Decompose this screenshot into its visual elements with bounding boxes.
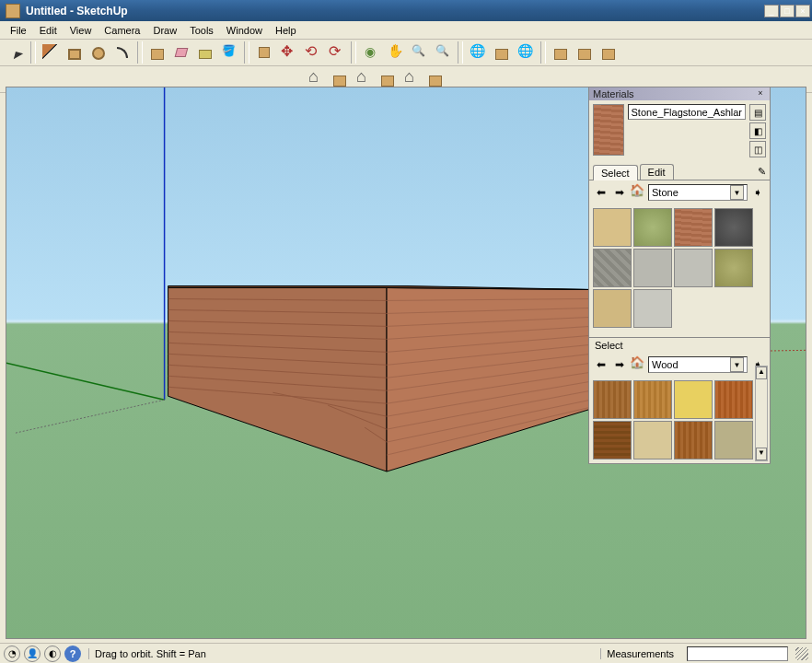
- create-material-button[interactable]: ◧: [749, 122, 766, 139]
- menu-draw[interactable]: Draw: [146, 23, 183, 38]
- materials-panel[interactable]: Materials × Stone_Flagstone_Ashlar ▤ ◧ ◫…: [588, 87, 771, 464]
- warehouse-get-icon: [554, 49, 567, 60]
- materials-close-button[interactable]: ×: [755, 88, 766, 99]
- component-icon: [151, 49, 164, 60]
- material-swatch[interactable]: [593, 208, 632, 247]
- circle-tool[interactable]: [87, 41, 110, 64]
- rectangle-tool[interactable]: [64, 41, 86, 64]
- menu-window[interactable]: Window: [220, 23, 269, 38]
- library-dropdown-wood[interactable]: Wood ▼: [648, 356, 748, 373]
- app-icon: [6, 4, 20, 18]
- material-swatch[interactable]: [593, 249, 632, 287]
- menu-help[interactable]: Help: [269, 23, 303, 38]
- nav-home-button[interactable]: [630, 184, 646, 201]
- material-swatch[interactable]: [674, 249, 713, 287]
- current-material-name[interactable]: Stone_Flagstone_Ashlar: [628, 104, 746, 120]
- menu-tools[interactable]: Tools: [183, 23, 220, 38]
- measurements-label: Measurements: [600, 648, 679, 659]
- move-tool[interactable]: [277, 41, 299, 64]
- display-secondary-pane-button[interactable]: ▤: [749, 104, 766, 121]
- arc-tool[interactable]: [111, 41, 133, 64]
- extension-icon: [602, 49, 615, 60]
- nav-home-button-2[interactable]: [630, 356, 646, 373]
- top-view-icon: [333, 76, 346, 87]
- material-swatch[interactable]: [714, 208, 753, 247]
- nav-back-button-2[interactable]: ⬅: [593, 356, 609, 373]
- materials-select-tab[interactable]: Select: [593, 165, 638, 180]
- menu-view[interactable]: View: [64, 23, 99, 38]
- material-swatch[interactable]: [674, 421, 713, 459]
- status-hint: Drag to orbit. Shift = Pan: [88, 648, 597, 659]
- svg-marker-4: [168, 287, 387, 471]
- material-swatch[interactable]: [633, 208, 672, 247]
- material-swatch[interactable]: [633, 289, 672, 328]
- material-swatch[interactable]: [633, 380, 672, 419]
- material-swatch[interactable]: [633, 421, 672, 459]
- home-icon: [630, 184, 646, 201]
- photo-textures-tool[interactable]: [515, 41, 537, 64]
- materials-panel-titlebar[interactable]: Materials ×: [589, 87, 770, 100]
- material-swatch[interactable]: [714, 421, 753, 459]
- close-button[interactable]: ×: [795, 5, 810, 17]
- rotate-tool[interactable]: [301, 41, 323, 64]
- orbit-tool[interactable]: [360, 41, 382, 64]
- front-view-icon: [355, 71, 372, 87]
- eraser-tool[interactable]: [170, 41, 192, 64]
- add-location-tool[interactable]: [467, 41, 489, 64]
- material-swatch[interactable]: [714, 249, 753, 287]
- library-dropdown-stone[interactable]: Stone ▼: [648, 184, 748, 201]
- line-tool[interactable]: [40, 41, 62, 64]
- extension-warehouse-tool[interactable]: [597, 41, 620, 64]
- maximize-button[interactable]: □: [780, 5, 795, 17]
- menu-file[interactable]: File: [4, 23, 33, 38]
- scroll-up-button[interactable]: ▲: [756, 366, 767, 379]
- status-bar: ◔ 👤 ◐ ? Drag to orbit. Shift = Pan Measu…: [0, 643, 812, 663]
- materials-edit-tab[interactable]: Edit: [640, 164, 674, 180]
- sample-paint-button[interactable]: ✎: [753, 163, 770, 180]
- minimize-button[interactable]: _: [764, 5, 779, 17]
- tape-measure-tool[interactable]: [194, 41, 216, 64]
- claim-credit-icon[interactable]: ◐: [44, 646, 61, 662]
- scroll-down-button[interactable]: ▼: [756, 448, 767, 460]
- geolocation-status-icon[interactable]: ◔: [4, 646, 20, 662]
- default-material-button[interactable]: ◫: [749, 141, 766, 157]
- zoom-tool[interactable]: [408, 41, 430, 64]
- toolbar-separator: [30, 41, 36, 64]
- nav-forward-button-2[interactable]: ➡: [611, 356, 628, 373]
- svg-line-1: [6, 363, 165, 400]
- instructor-help-button[interactable]: ?: [64, 646, 81, 662]
- paint-bucket-tool[interactable]: [218, 41, 240, 64]
- material-swatch[interactable]: [633, 249, 672, 287]
- details-menu-button[interactable]: ➧: [749, 184, 766, 201]
- share-model-tool[interactable]: [574, 41, 596, 64]
- magnifier-icon: [411, 44, 427, 61]
- toolbar-separator: [351, 41, 356, 64]
- nav-back-button[interactable]: ⬅: [593, 184, 609, 201]
- current-material-preview[interactable]: [593, 104, 624, 156]
- material-swatch[interactable]: [593, 421, 632, 459]
- menu-camera[interactable]: Camera: [98, 23, 146, 38]
- material-swatch[interactable]: [674, 208, 713, 247]
- credits-status-icon[interactable]: 👤: [24, 646, 41, 662]
- resize-grip[interactable]: [795, 647, 808, 660]
- terrain-icon: [495, 49, 508, 60]
- svg-line-3: [16, 400, 165, 433]
- swatch-scrollbar[interactable]: ▲ ▼: [755, 366, 768, 461]
- measurements-input[interactable]: [687, 646, 788, 661]
- toggle-terrain-tool[interactable]: [491, 41, 513, 64]
- get-models-tool[interactable]: [550, 41, 572, 64]
- material-swatch[interactable]: [714, 380, 753, 419]
- material-swatch[interactable]: [674, 380, 713, 419]
- material-swatch[interactable]: [593, 289, 632, 328]
- select-tool[interactable]: [5, 41, 27, 64]
- zoom-extents-tool[interactable]: [432, 41, 454, 64]
- offset-tool[interactable]: [325, 41, 347, 64]
- material-swatch[interactable]: [593, 380, 632, 419]
- nav-forward-button[interactable]: ➡: [611, 184, 628, 201]
- globe-arrow-icon: [517, 44, 534, 61]
- push-pull-icon: [259, 47, 270, 58]
- menu-edit[interactable]: Edit: [33, 23, 64, 38]
- push-pull-tool[interactable]: [253, 41, 275, 64]
- make-component-tool[interactable]: [146, 41, 168, 64]
- pan-tool[interactable]: [384, 41, 406, 64]
